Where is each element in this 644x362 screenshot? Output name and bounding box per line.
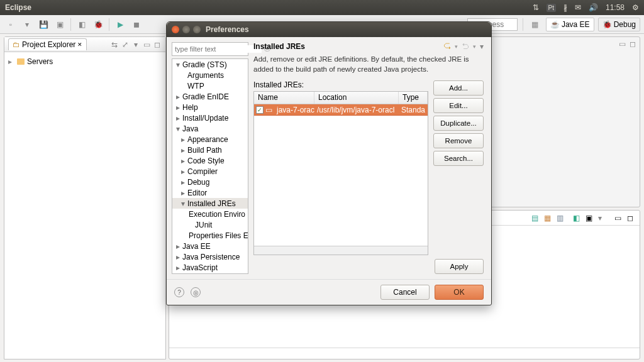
tree-node[interactable]: ▸Java EE — [172, 241, 248, 251]
tree-node[interactable]: JUnit — [172, 219, 248, 230]
col-name[interactable]: Name — [254, 92, 314, 104]
tree-node[interactable]: WTP — [172, 80, 248, 91]
maximize-icon[interactable]: ◻ — [153, 40, 162, 49]
min-icon[interactable]: ▭ — [614, 214, 623, 222]
tree-node[interactable]: ▸Java Persistence — [172, 251, 248, 262]
editor-min-icon[interactable]: ▭ — [618, 40, 626, 48]
window-min-icon[interactable] — [182, 26, 190, 33]
tree-node[interactable]: Arguments — [172, 70, 248, 80]
bluetooth-icon[interactable]: ∦ — [564, 3, 567, 12]
expand-icon[interactable]: ▸ — [180, 146, 186, 155]
menu-icon[interactable]: ▾ — [131, 40, 140, 49]
window-max-icon[interactable] — [193, 26, 201, 33]
tree-node[interactable]: ▸JavaScript — [172, 262, 248, 273]
expand-icon[interactable]: ▸ — [175, 242, 181, 251]
editor-max-icon[interactable]: ◻ — [628, 40, 637, 48]
tree-node[interactable]: ▸Compiler — [172, 166, 248, 177]
back-menu-icon[interactable]: ▾ — [455, 43, 458, 50]
tree-node[interactable]: ▸Debug — [172, 177, 248, 187]
save-all-icon[interactable]: ▣ — [53, 18, 67, 31]
tree-node[interactable]: ▸Code Style — [172, 155, 248, 166]
expand-icon[interactable]: ▸ — [180, 178, 186, 187]
minimize-icon[interactable]: ▭ — [142, 40, 151, 49]
tool-icon[interactable]: ▦ — [544, 214, 553, 222]
expand-icon[interactable]: ▸ — [175, 114, 181, 123]
filter-field[interactable]: ⓧ — [172, 42, 248, 56]
tree-node[interactable]: ▸Editor — [172, 187, 248, 198]
tool-icon[interactable]: ▥ — [557, 214, 565, 222]
wizard-icon[interactable]: ◧ — [75, 18, 89, 31]
perspective-debug[interactable]: 🐞 Debug — [598, 18, 640, 31]
edit-button[interactable]: Edit... — [433, 98, 484, 113]
tree-node[interactable]: ▾Java — [172, 123, 248, 134]
export-icon[interactable]: ◎ — [191, 287, 201, 297]
tool-icon[interactable]: ◧ — [573, 214, 582, 222]
tree-node[interactable]: ▸Appearance — [172, 134, 248, 145]
expand-icon[interactable]: ▸ — [180, 167, 186, 176]
cancel-button[interactable]: Cancel — [380, 285, 430, 300]
debug-icon[interactable]: 🐞 — [91, 18, 105, 31]
section-menu-icon[interactable]: ▾ — [480, 42, 484, 51]
explorer-tab[interactable]: 🗀 Project Explorer ✕ — [8, 38, 87, 50]
expand-icon[interactable]: ▾ — [180, 199, 186, 208]
tool-icon[interactable]: ▣ — [586, 214, 594, 222]
expand-icon[interactable]: ▸ — [180, 156, 186, 165]
remove-button[interactable]: Remove — [433, 133, 484, 148]
mail-icon[interactable]: ✉ — [575, 3, 581, 12]
expand-icon[interactable]: ▸ — [175, 253, 181, 261]
clock[interactable]: 11:58 — [606, 3, 625, 12]
open-perspective-icon[interactable]: ▦ — [528, 18, 542, 31]
tree-node[interactable]: ▾Installed JREs — [172, 198, 248, 209]
tree-node[interactable]: Properties Files Ed — [172, 230, 248, 241]
max-icon[interactable]: ◻ — [627, 214, 636, 222]
save-icon[interactable]: 💾 — [36, 18, 50, 31]
network-icon[interactable]: ⇅ — [533, 3, 539, 12]
search-button[interactable]: Search... — [433, 151, 484, 166]
expand-icon[interactable]: ▾ — [175, 124, 181, 133]
jre-table[interactable]: Name Location Type ✓ ▭ java-7-oracl /usr… — [253, 91, 428, 255]
help-icon[interactable]: ? — [174, 287, 184, 297]
forward-icon[interactable]: ⮌ — [462, 42, 469, 51]
tree-node[interactable]: ▸Build Path — [172, 145, 248, 155]
window-close-icon[interactable] — [172, 26, 179, 33]
power-icon[interactable]: ⚙ — [632, 3, 639, 12]
dialog-titlebar[interactable]: Preferences — [167, 22, 491, 37]
volume-icon[interactable]: 🔊 — [589, 3, 598, 12]
expand-icon[interactable]: ▸ — [180, 135, 186, 144]
col-location[interactable]: Location — [314, 92, 399, 104]
expand-icon[interactable]: ▸ — [8, 57, 14, 66]
fwd-menu-icon[interactable]: ▾ — [473, 43, 476, 50]
apply-button[interactable]: Apply — [435, 259, 484, 274]
expand-icon[interactable]: ▾ — [175, 60, 181, 69]
run-icon[interactable]: ▶ — [113, 18, 127, 31]
collapse-icon[interactable]: ⇆ — [110, 40, 119, 49]
tree-item-servers[interactable]: ▸ Servers — [8, 56, 162, 67]
tool-icon[interactable]: ▤ — [531, 214, 540, 222]
link-icon[interactable]: ⤢ — [121, 40, 130, 49]
expand-icon[interactable]: ▸ — [175, 263, 181, 272]
tree-node[interactable]: Execution Enviro — [172, 209, 248, 219]
add-button[interactable]: Add... — [433, 80, 484, 96]
ok-button[interactable]: OK — [435, 285, 484, 300]
jre-row-selected[interactable]: ✓ ▭ java-7-oracl /usr/lib/jvm/java-7-ora… — [254, 104, 428, 116]
explorer-body[interactable]: ▸ Servers — [4, 52, 165, 359]
duplicate-button[interactable]: Duplicate... — [433, 116, 484, 131]
checkbox-checked[interactable]: ✓ — [256, 106, 264, 114]
stop-icon[interactable]: ◼ — [130, 18, 143, 31]
preferences-tree[interactable]: ▾Gradle (STS)ArgumentsWTP▸Gradle EnIDE▸H… — [172, 58, 248, 274]
perspective-javaee[interactable]: ☕ Java EE — [546, 18, 594, 31]
back-icon[interactable]: ⮎ — [443, 42, 451, 51]
new-icon[interactable]: ▫ — [4, 18, 18, 31]
tree-node[interactable]: ▸Gradle EnIDE — [172, 91, 248, 102]
dropdown-icon[interactable]: ▾ — [598, 214, 607, 222]
tree-node[interactable]: ▸Help — [172, 102, 248, 112]
keyboard-lang[interactable]: Pt — [547, 4, 556, 12]
tree-node[interactable]: ▾Gradle (STS) — [172, 59, 248, 70]
col-type[interactable]: Type — [399, 92, 428, 104]
h-scrollbar[interactable] — [254, 246, 428, 255]
expand-icon[interactable]: ▸ — [175, 92, 181, 101]
filter-input[interactable] — [175, 45, 262, 53]
tree-node[interactable]: ▸Install/Update — [172, 112, 248, 123]
expand-icon[interactable]: ▸ — [175, 103, 181, 112]
expand-icon[interactable]: ▸ — [180, 189, 186, 197]
